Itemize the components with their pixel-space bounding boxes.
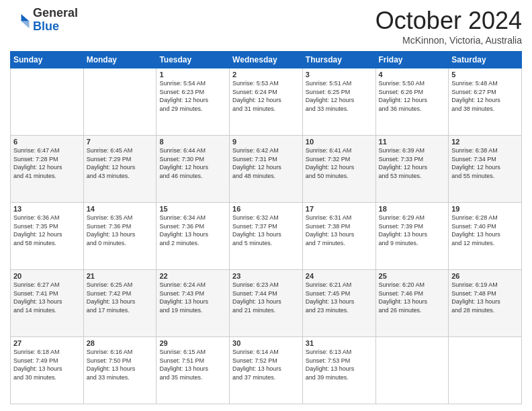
day-info: Sunrise: 5:53 AM Sunset: 6:24 PM Dayligh… xyxy=(232,79,300,113)
calendar-cell: 21Sunrise: 6:25 AM Sunset: 7:42 PM Dayli… xyxy=(83,270,157,337)
col-saturday: Saturday xyxy=(449,52,522,68)
day-number: 5 xyxy=(451,71,519,79)
day-info: Sunrise: 6:47 AM Sunset: 7:28 PM Dayligh… xyxy=(13,146,81,180)
day-number: 29 xyxy=(159,339,226,347)
calendar-cell: 7Sunrise: 6:45 AM Sunset: 7:29 PM Daylig… xyxy=(83,136,157,203)
day-number: 14 xyxy=(87,205,154,213)
logo-text: General Blue xyxy=(33,7,78,34)
header-row: Sunday Monday Tuesday Wednesday Thursday… xyxy=(11,52,522,68)
day-number: 3 xyxy=(306,71,373,79)
day-info: Sunrise: 5:54 AM Sunset: 6:23 PM Dayligh… xyxy=(159,79,226,113)
day-number: 19 xyxy=(451,205,519,213)
day-number: 16 xyxy=(232,205,300,213)
day-number: 10 xyxy=(306,138,373,146)
day-info: Sunrise: 5:51 AM Sunset: 6:25 PM Dayligh… xyxy=(306,79,373,113)
day-info: Sunrise: 6:45 AM Sunset: 7:29 PM Dayligh… xyxy=(87,146,154,180)
day-number: 23 xyxy=(232,272,300,280)
day-number: 31 xyxy=(306,339,373,347)
logo-blue: Blue xyxy=(33,19,59,33)
calendar-cell: 10Sunrise: 6:41 AM Sunset: 7:32 PM Dayli… xyxy=(302,136,375,203)
day-info: Sunrise: 6:42 AM Sunset: 7:31 PM Dayligh… xyxy=(232,146,300,180)
day-number: 6 xyxy=(13,138,81,146)
calendar-cell: 20Sunrise: 6:27 AM Sunset: 7:41 PM Dayli… xyxy=(11,270,84,337)
calendar-cell: 4Sunrise: 5:50 AM Sunset: 6:26 PM Daylig… xyxy=(375,68,449,136)
day-info: Sunrise: 6:25 AM Sunset: 7:42 PM Dayligh… xyxy=(87,281,154,314)
day-number: 24 xyxy=(306,272,373,280)
logo-general: General xyxy=(33,6,78,19)
day-info: Sunrise: 6:32 AM Sunset: 7:37 PM Dayligh… xyxy=(232,214,300,247)
logo-icon xyxy=(10,10,30,30)
calendar-cell: 5Sunrise: 5:48 AM Sunset: 6:27 PM Daylig… xyxy=(449,68,522,136)
day-number: 11 xyxy=(379,138,446,146)
col-sunday: Sunday xyxy=(11,52,84,68)
day-info: Sunrise: 6:38 AM Sunset: 7:34 PM Dayligh… xyxy=(451,146,519,180)
day-info: Sunrise: 6:44 AM Sunset: 7:30 PM Dayligh… xyxy=(159,146,226,180)
day-number: 18 xyxy=(379,205,446,213)
header: General Blue October 2024 McKinnon, Vict… xyxy=(10,7,522,46)
calendar-cell: 24Sunrise: 6:21 AM Sunset: 7:45 PM Dayli… xyxy=(302,270,375,337)
calendar-cell: 18Sunrise: 6:29 AM Sunset: 7:39 PM Dayli… xyxy=(375,203,449,270)
calendar-cell: 22Sunrise: 6:24 AM Sunset: 7:43 PM Dayli… xyxy=(157,270,230,337)
calendar-cell: 15Sunrise: 6:34 AM Sunset: 7:36 PM Dayli… xyxy=(157,203,230,270)
calendar-cell: 6Sunrise: 6:47 AM Sunset: 7:28 PM Daylig… xyxy=(11,136,84,203)
day-info: Sunrise: 6:13 AM Sunset: 7:53 PM Dayligh… xyxy=(306,348,373,381)
day-number: 17 xyxy=(306,205,373,213)
day-number: 9 xyxy=(232,138,300,146)
calendar-cell: 30Sunrise: 6:14 AM Sunset: 7:52 PM Dayli… xyxy=(230,337,303,404)
calendar-cell: 29Sunrise: 6:15 AM Sunset: 7:51 PM Dayli… xyxy=(157,337,230,404)
day-number: 15 xyxy=(159,205,226,213)
day-info: Sunrise: 6:15 AM Sunset: 7:51 PM Dayligh… xyxy=(159,348,226,381)
calendar-cell: 25Sunrise: 6:20 AM Sunset: 7:46 PM Dayli… xyxy=(375,270,449,337)
day-number: 28 xyxy=(87,339,154,347)
day-number: 4 xyxy=(379,71,446,79)
day-info: Sunrise: 6:28 AM Sunset: 7:40 PM Dayligh… xyxy=(451,214,519,247)
calendar-cell: 8Sunrise: 6:44 AM Sunset: 7:30 PM Daylig… xyxy=(157,136,230,203)
day-number: 12 xyxy=(451,138,519,146)
day-info: Sunrise: 6:34 AM Sunset: 7:36 PM Dayligh… xyxy=(159,214,226,247)
col-friday: Friday xyxy=(375,52,449,68)
day-info: Sunrise: 5:50 AM Sunset: 6:26 PM Dayligh… xyxy=(379,79,446,113)
month-year: October 2024 xyxy=(375,7,522,35)
week-row-2: 6Sunrise: 6:47 AM Sunset: 7:28 PM Daylig… xyxy=(11,136,522,203)
day-info: Sunrise: 6:39 AM Sunset: 7:33 PM Dayligh… xyxy=(379,146,446,180)
col-monday: Monday xyxy=(83,52,157,68)
calendar-cell: 16Sunrise: 6:32 AM Sunset: 7:37 PM Dayli… xyxy=(230,203,303,270)
calendar-cell: 12Sunrise: 6:38 AM Sunset: 7:34 PM Dayli… xyxy=(449,136,522,203)
calendar-cell xyxy=(375,337,449,404)
col-thursday: Thursday xyxy=(302,52,375,68)
page: General Blue October 2024 McKinnon, Vict… xyxy=(0,0,532,411)
day-number: 7 xyxy=(87,138,154,146)
calendar-cell: 27Sunrise: 6:18 AM Sunset: 7:49 PM Dayli… xyxy=(11,337,84,404)
svg-marker-1 xyxy=(21,21,30,28)
calendar-cell xyxy=(83,68,157,136)
calendar-cell: 31Sunrise: 6:13 AM Sunset: 7:53 PM Dayli… xyxy=(302,337,375,404)
location: McKinnon, Victoria, Australia xyxy=(375,35,522,46)
day-info: Sunrise: 6:19 AM Sunset: 7:48 PM Dayligh… xyxy=(451,281,519,314)
day-number: 21 xyxy=(87,272,154,280)
day-info: Sunrise: 6:20 AM Sunset: 7:46 PM Dayligh… xyxy=(379,281,446,314)
day-info: Sunrise: 6:18 AM Sunset: 7:49 PM Dayligh… xyxy=(13,348,81,381)
day-number: 26 xyxy=(451,272,519,280)
week-row-1: 1Sunrise: 5:54 AM Sunset: 6:23 PM Daylig… xyxy=(11,68,522,136)
day-info: Sunrise: 6:24 AM Sunset: 7:43 PM Dayligh… xyxy=(159,281,226,314)
day-info: Sunrise: 6:36 AM Sunset: 7:35 PM Dayligh… xyxy=(13,214,81,247)
day-number: 2 xyxy=(232,71,300,79)
day-info: Sunrise: 5:48 AM Sunset: 6:27 PM Dayligh… xyxy=(451,79,519,113)
day-info: Sunrise: 6:41 AM Sunset: 7:32 PM Dayligh… xyxy=(306,146,373,180)
day-number: 20 xyxy=(13,272,81,280)
calendar-cell: 28Sunrise: 6:16 AM Sunset: 7:50 PM Dayli… xyxy=(83,337,157,404)
title-block: October 2024 McKinnon, Victoria, Austral… xyxy=(375,7,522,46)
day-number: 1 xyxy=(159,71,226,79)
calendar-cell xyxy=(11,68,84,136)
day-info: Sunrise: 6:29 AM Sunset: 7:39 PM Dayligh… xyxy=(379,214,446,247)
day-number: 30 xyxy=(232,339,300,347)
calendar-cell: 23Sunrise: 6:23 AM Sunset: 7:44 PM Dayli… xyxy=(230,270,303,337)
calendar-cell: 17Sunrise: 6:31 AM Sunset: 7:38 PM Dayli… xyxy=(302,203,375,270)
logo: General Blue xyxy=(10,7,78,34)
day-info: Sunrise: 6:14 AM Sunset: 7:52 PM Dayligh… xyxy=(232,348,300,381)
day-info: Sunrise: 6:31 AM Sunset: 7:38 PM Dayligh… xyxy=(306,214,373,247)
calendar-cell: 13Sunrise: 6:36 AM Sunset: 7:35 PM Dayli… xyxy=(11,203,84,270)
week-row-4: 20Sunrise: 6:27 AM Sunset: 7:41 PM Dayli… xyxy=(11,270,522,337)
calendar: Sunday Monday Tuesday Wednesday Thursday… xyxy=(10,51,522,404)
col-tuesday: Tuesday xyxy=(157,52,230,68)
